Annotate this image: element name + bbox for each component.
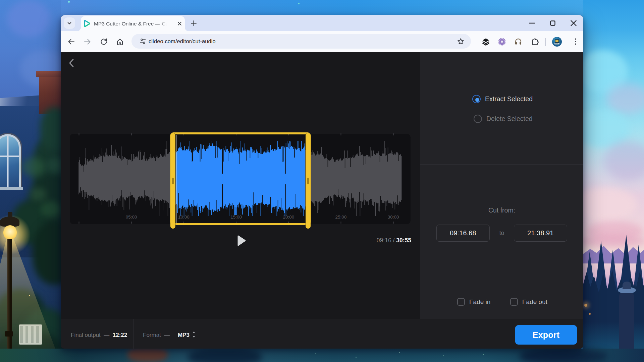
svg-text:25:00: 25:00 bbox=[335, 215, 347, 220]
svg-text:30:00: 30:00 bbox=[388, 215, 399, 220]
svg-text:05:00: 05:00 bbox=[126, 215, 137, 220]
